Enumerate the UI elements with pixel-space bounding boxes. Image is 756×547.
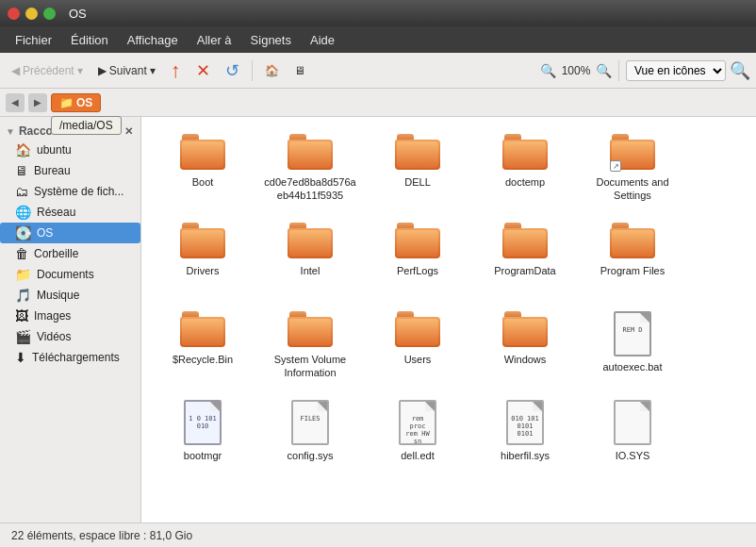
file-item-documents_settings[interactable]: ↗ Documents and Settings [581,126,684,211]
file-item-bootmgr[interactable]: 1 0 101 010bootmgr [151,392,255,477]
sidebar-item-musique[interactable]: 🎵 Musique [0,285,140,306]
folder-icon [288,134,333,172]
file-label-intel: Intel [301,264,320,277]
images-icon: 🖼 [15,308,28,323]
forward-button[interactable]: ▶ Suivant ▾ [92,61,161,80]
file-item-hiberfil_sys[interactable]: 010 101 0101 0101hiberfil.sys [473,392,577,477]
file-item-config_sys[interactable]: FILESconfig.sys [258,392,362,477]
monitor-button[interactable]: 🖥 [288,61,311,80]
folder-icon [180,134,225,172]
folder-icon [502,134,548,172]
up-button[interactable]: ↑ [165,56,187,86]
toolbar-separator-2 [618,60,619,81]
stop-icon: ✕ [196,60,210,81]
search-icon: 🔍 [730,61,750,80]
file-label-system_volume: System Volume Information [274,353,346,380]
documents-icon: 📁 [15,267,31,282]
file-label-autoexec_bat: autoexec.bat [603,360,663,373]
file-item-recycle_bin[interactable]: $Recycle.Bin [151,304,255,389]
sidebar-item-images-label: Images [34,309,71,323]
refresh-icon: ↺ [225,60,239,81]
back-label: Précédent [23,64,74,77]
search-button[interactable]: 🔍 [730,60,750,81]
toolbar-separator-1 [252,60,253,81]
generic-file-icon: FILES [291,400,329,445]
zoom-out-button[interactable]: 🔍 [540,63,556,78]
file-item-intel[interactable]: Intel [258,215,362,300]
file-label-program_files: Program Files [600,264,665,277]
zoom-in-icon: 🔍 [596,63,612,78]
forward-dropdown-icon: ▾ [150,64,156,77]
sidebar-item-ubuntu[interactable]: 🏠 ubuntu [0,140,140,160]
file-item-windows[interactable]: Windows [473,304,577,389]
file-item-programdata[interactable]: ProgramData [473,215,577,300]
back-button[interactable]: ◀ Précédent ▾ [6,61,89,80]
sidebar-item-images[interactable]: 🖼 Images [0,306,140,326]
file-item-program_files[interactable]: Program Files [581,215,684,300]
file-item-users[interactable]: Users [366,304,469,389]
file-label-doctemp: doctemp [505,175,545,189]
sidebar-item-videos[interactable]: 🎬 Vidéos [0,326,140,347]
menu-aide[interactable]: Aide [303,30,342,50]
os-icon: 💽 [15,225,31,240]
file-label-bootmgr: bootmgr [184,449,222,462]
file-label-users: Users [404,353,432,366]
toolbar: ◀ Précédent ▾ ▶ Suivant ▾ ↑ ✕ ↺ 🏠 🖥 🔍 10… [0,53,756,89]
close-button[interactable] [8,8,20,20]
titlebar: OS [0,0,756,26]
sidebar-item-bureau[interactable]: 🖥 Bureau [0,160,140,181]
sidebar-item-corbeille-label: Corbeille [34,247,78,260]
location-forward-button[interactable]: ▶ [28,93,47,112]
systeme-icon: 🗂 [15,184,28,199]
file-item-autoexec_bat[interactable]: REM Dautoexec.bat [581,304,684,389]
menu-fichier[interactable]: Fichier [8,30,59,50]
maximize-button[interactable] [43,8,56,20]
file-item-dell[interactable]: DELL [366,126,469,211]
zoom-in-button[interactable]: 🔍 [596,63,612,78]
file-label-dell: DELL [404,175,431,189]
corbeille-icon: 🗑 [15,246,28,261]
menu-aller-a[interactable]: Aller à [189,30,239,50]
sidebar-close-button[interactable]: ✕ [124,125,133,138]
sidebar-item-telechargements[interactable]: ⬇ Téléchargements [0,347,140,368]
file-item-perflogs[interactable]: PerfLogs [366,215,469,300]
sidebar-toggle[interactable]: ▼ [6,126,15,137]
file-item-system_volume[interactable]: System Volume Information [258,304,362,389]
file-item-drivers[interactable]: Drivers [151,215,255,300]
folder-icon [502,311,548,349]
ubuntu-icon: 🏠 [15,142,31,157]
view-selector[interactable]: Vue en icônes [626,60,726,81]
file-item-io_sys[interactable]: IO.SYS [581,392,684,477]
sidebar-item-reseau-label: Réseau [37,206,75,219]
sidebar-item-os[interactable]: 💽 OS [0,223,140,243]
sidebar-item-corbeille[interactable]: 🗑 Corbeille [0,243,140,264]
sidebar-item-reseau[interactable]: 🌐 Réseau [0,202,140,223]
sidebar-item-documents[interactable]: 📁 Documents [0,264,140,285]
menu-affichage[interactable]: Affichage [120,30,186,50]
generic-file-icon: 010 101 0101 0101 [506,400,544,445]
menu-signets[interactable]: Signets [243,30,299,50]
location-os-button[interactable]: 📁 OS [51,93,101,112]
sidebar: ▼ Raccourcis ✕ 🏠 ubuntu 🖥 Bureau 🗂 Systè… [0,117,141,522]
sidebar-item-systeme[interactable]: 🗂 Système de fich... [0,181,140,202]
sidebar-item-musique-label: Musique [37,289,79,302]
location-back-button[interactable]: ◀ [6,93,25,112]
file-item-dell_edt[interactable]: rem proc rem HW sndell.edt [366,392,469,477]
folder-icon [395,134,440,172]
minimize-button[interactable] [25,8,38,20]
refresh-button[interactable]: ↺ [220,58,245,84]
location-forward-icon: ▶ [34,97,41,108]
home-button[interactable]: 🏠 [259,61,285,80]
file-item-doctemp[interactable]: doctemp [473,126,577,211]
menu-edition[interactable]: Édition [63,30,116,50]
monitor-icon: 🖥 [294,64,305,77]
file-label-windows: Windows [504,353,547,366]
statusbar: 22 éléments, espace libre : 81,0 Gio [0,522,756,547]
reseau-icon: 🌐 [15,205,31,220]
file-item-boot[interactable]: Boot [151,126,255,211]
folder-icon [180,311,225,349]
stop-button[interactable]: ✕ [190,58,216,84]
file-item-cd0e7ed8[interactable]: cd0e7ed8ba8d576a eb44b11f5935 [258,126,362,211]
back-dropdown-icon: ▾ [77,64,83,77]
home-icon: 🏠 [265,64,279,77]
